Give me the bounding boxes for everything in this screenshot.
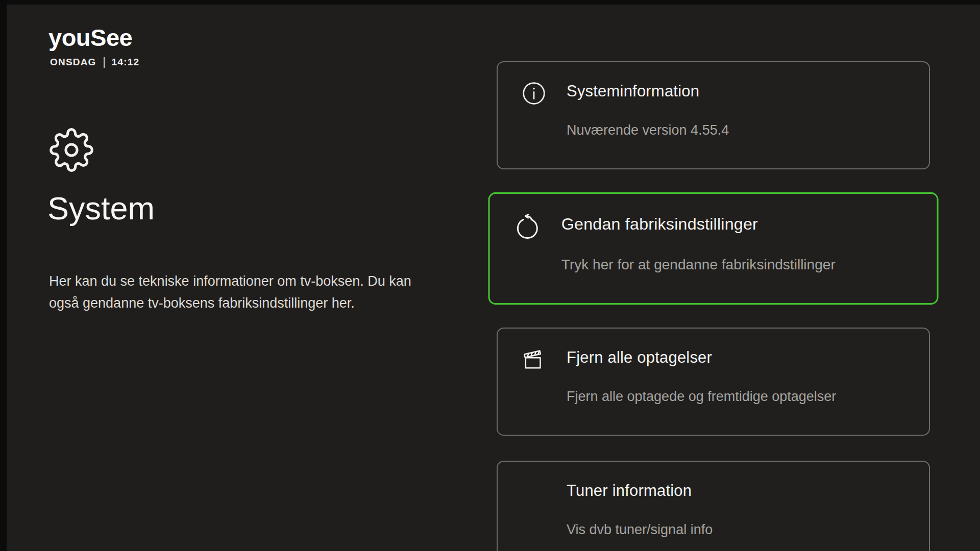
card-subtitle: Tryk her for at gendanne fabriksindstill… xyxy=(561,256,836,273)
datetime: ONSDAG 14:12 xyxy=(50,57,139,68)
datetime-separator xyxy=(104,57,105,68)
system-settings-screen: youSee ONSDAG 14:12 System Her kan du se… xyxy=(0,0,980,551)
clock: 14:12 xyxy=(112,57,140,68)
screen-edge-top xyxy=(0,0,980,5)
card-title: Fjern alle optagelser xyxy=(567,348,712,367)
card-title: Gendan fabriksindstillinger xyxy=(561,214,758,234)
screen-edge-left xyxy=(0,0,7,551)
gear-icon xyxy=(49,128,94,172)
info-icon xyxy=(521,81,547,106)
card-tuner-information[interactable]: Tuner information Vis dvb tuner/signal i… xyxy=(497,461,930,551)
card-gendan-fabriksindstillinger[interactable]: Gendan fabriksindstillinger Tryk her for… xyxy=(488,192,938,305)
clapperboard-icon xyxy=(521,347,547,372)
card-fjern-alle-optagelser[interactable]: Fjern alle optagelser Fjern alle optaged… xyxy=(497,328,930,436)
card-title: Tuner information xyxy=(567,481,692,500)
card-title: Systeminformation xyxy=(567,82,699,101)
card-systeminformation[interactable]: Systeminformation Nuværende version 4.55… xyxy=(497,61,930,169)
card-subtitle: Vis dvb tuner/signal info xyxy=(567,521,713,538)
page-description: Her kan du se tekniske informationer om … xyxy=(49,270,434,314)
card-subtitle: Fjern alle optagede og fremtidige optage… xyxy=(567,388,836,405)
page-title: System xyxy=(47,190,155,227)
weekday-label: ONSDAG xyxy=(50,57,96,68)
settings-menu: Systeminformation Nuværende version 4.55… xyxy=(497,61,930,551)
yousee-logo: youSee xyxy=(48,23,132,52)
card-subtitle: Nuværende version 4.55.4 xyxy=(567,121,729,139)
restart-icon xyxy=(514,213,541,239)
